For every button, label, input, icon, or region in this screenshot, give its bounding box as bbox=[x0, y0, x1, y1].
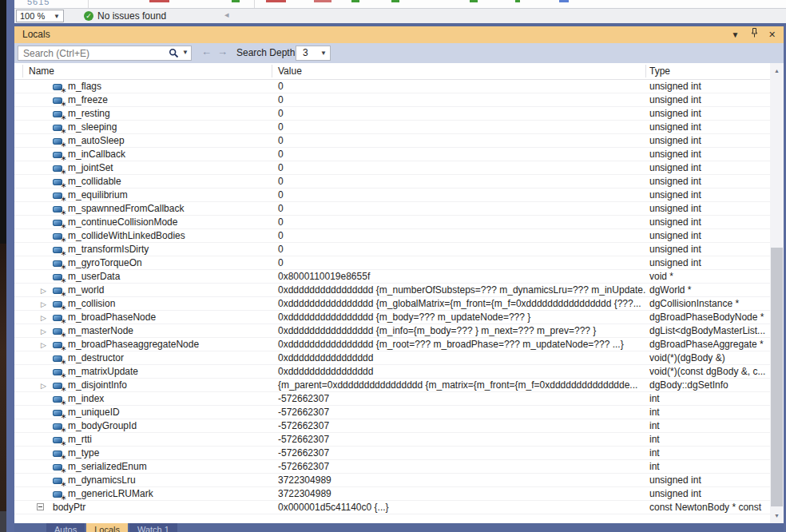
search-input[interactable]: Search (Ctrl+E) ▼ bbox=[18, 46, 192, 61]
locals-row[interactable]: m_flags 0 unsigned int bbox=[14, 80, 784, 93]
name-cell: m_broadPhaseaggregateNode bbox=[14, 338, 272, 351]
variable-type: unsigned int bbox=[645, 93, 770, 106]
locals-row[interactable]: m_broadPhaseaggregateNode 0xdddddddddddd… bbox=[14, 338, 784, 351]
locals-row[interactable]: m_index -572662307 int bbox=[14, 392, 784, 406]
locals-row[interactable]: m_freeze 0 unsigned int bbox=[14, 93, 784, 107]
variable-name: m_rtti bbox=[66, 433, 92, 446]
variable-value: -572662307 bbox=[272, 447, 645, 459]
locals-row[interactable]: m_uniqueID -572662307 int bbox=[14, 406, 784, 419]
locals-row[interactable]: m_autoSleep 0 unsigned int bbox=[14, 134, 784, 148]
variable-value: 0 bbox=[272, 243, 645, 256]
variable-type: unsigned int bbox=[645, 474, 770, 486]
code-fragment bbox=[515, 0, 520, 2]
locals-row[interactable]: m_userData 0x8000110019e8655f void * bbox=[14, 270, 784, 284]
variable-value: 0x8000110019e8655f bbox=[272, 270, 645, 283]
field-icon bbox=[51, 379, 66, 391]
variable-value: 0xdddddddddddddddd bbox=[272, 365, 645, 378]
vertical-scrollbar[interactable]: ▲ ▼ bbox=[770, 63, 784, 523]
scroll-down-icon[interactable]: ▼ bbox=[770, 510, 784, 522]
variable-name: m_collidable bbox=[66, 175, 121, 188]
tool-tab-locals[interactable]: Locals bbox=[86, 523, 128, 532]
window-position-icon[interactable]: ▼ bbox=[728, 28, 742, 42]
locals-row[interactable]: m_resting 0 unsigned int bbox=[14, 107, 784, 121]
locals-row[interactable]: m_collideWithLinkedBodies 0 unsigned int bbox=[14, 229, 784, 243]
column-separator[interactable] bbox=[645, 65, 646, 77]
expand-arrow-icon[interactable] bbox=[41, 297, 51, 310]
locals-row[interactable]: bodyPtr 0x000001d5c41140c0 {...} const N… bbox=[14, 501, 784, 514]
search-prev-icon[interactable]: ← bbox=[201, 46, 212, 58]
name-cell: m_gyroTorqueOn bbox=[14, 256, 272, 269]
column-header-value[interactable]: Value bbox=[278, 66, 302, 77]
expand-arrow-icon[interactable] bbox=[41, 338, 51, 351]
variable-value: 0 bbox=[272, 256, 645, 269]
zoom-level-dropdown[interactable]: 100 % ▼ bbox=[16, 10, 64, 22]
expander-spacer bbox=[41, 175, 51, 188]
locals-row[interactable]: m_matrixUpdate 0xdddddddddddddddd void(*… bbox=[14, 365, 784, 379]
variable-name: m_world bbox=[66, 284, 104, 296]
variable-type: unsigned int bbox=[645, 229, 770, 242]
scroll-up-icon[interactable]: ▲ bbox=[770, 65, 784, 77]
chevron-down-icon[interactable]: ▼ bbox=[182, 49, 189, 56]
search-placeholder: Search (Ctrl+E) bbox=[23, 48, 89, 59]
field-icon bbox=[51, 93, 66, 106]
locals-row[interactable]: m_collidable 0 unsigned int bbox=[14, 175, 784, 189]
column-header-name[interactable]: Name bbox=[29, 66, 54, 77]
locals-row[interactable]: m_inCallback 0 unsigned int bbox=[14, 148, 784, 161]
tool-tab-autos[interactable]: Autos bbox=[46, 523, 85, 532]
locals-title-bar[interactable]: Locals ▼ ✕ bbox=[14, 26, 784, 43]
name-cell: m_flags bbox=[14, 80, 272, 93]
locals-row[interactable]: m_spawnnedFromCallback 0 unsigned int bbox=[14, 202, 784, 216]
scrollbar-thumb[interactable] bbox=[771, 248, 783, 506]
locals-row[interactable]: m_broadPhaseNode 0xdddddddddddddddd {m_b… bbox=[14, 311, 784, 324]
tool-tab-watch-1[interactable]: Watch 1 bbox=[129, 523, 177, 532]
name-cell: m_world bbox=[14, 284, 272, 296]
search-icon[interactable] bbox=[169, 48, 179, 61]
locals-row[interactable]: m_type -572662307 int bbox=[14, 447, 784, 460]
locals-row[interactable]: m_sleeping 0 unsigned int bbox=[14, 121, 784, 134]
variable-value: 0 bbox=[272, 229, 645, 242]
expand-arrow-icon[interactable] bbox=[41, 311, 51, 324]
locals-row[interactable]: m_jointSet 0 unsigned int bbox=[14, 161, 784, 175]
name-cell: m_collidable bbox=[14, 175, 272, 188]
no-issues-check-icon[interactable]: ✓ bbox=[84, 11, 93, 21]
collapse-arrow-icon[interactable]: ◂ bbox=[224, 10, 229, 20]
name-cell: m_index bbox=[14, 392, 272, 405]
expander-spacer bbox=[41, 460, 51, 473]
variable-type: unsigned int bbox=[645, 134, 770, 147]
field-icon bbox=[51, 338, 66, 351]
field-icon bbox=[51, 134, 66, 147]
locals-row[interactable]: m_continueCollisionMode 0 unsigned int bbox=[14, 216, 784, 229]
locals-row[interactable]: m_disjointInfo {m_parent=0xddddddddddddd… bbox=[14, 379, 784, 392]
locals-row[interactable]: m_equilibrium 0 unsigned int bbox=[14, 189, 784, 202]
expand-arrow-icon[interactable] bbox=[41, 284, 51, 296]
locals-row[interactable]: m_collision 0xdddddddddddddddd {m_global… bbox=[14, 297, 784, 311]
variable-type: unsigned int bbox=[645, 487, 770, 500]
variable-value: 0 bbox=[272, 80, 645, 93]
variable-value: 0 bbox=[272, 202, 645, 215]
locals-row[interactable]: m_destructor 0xdddddddddddddddd void(*)(… bbox=[14, 351, 784, 365]
column-header-type[interactable]: Type bbox=[649, 66, 670, 77]
locals-row[interactable]: m_gyroTorqueOn 0 unsigned int bbox=[14, 256, 784, 270]
collapse-box-icon[interactable] bbox=[36, 501, 46, 514]
variable-type: unsigned int bbox=[645, 202, 770, 215]
locals-row[interactable]: m_genericLRUMark 3722304989 unsigned int bbox=[14, 487, 784, 501]
name-cell: m_broadPhaseNode bbox=[14, 311, 272, 324]
locals-row[interactable]: m_rtti -572662307 int bbox=[14, 433, 784, 447]
expand-arrow-icon[interactable] bbox=[41, 379, 51, 391]
variable-value: 0 bbox=[272, 121, 645, 133]
locals-row[interactable]: m_dynamicsLru 3722304989 unsigned int bbox=[14, 474, 784, 487]
locals-row[interactable]: m_bodyGroupId -572662307 int bbox=[14, 419, 784, 433]
locals-row[interactable]: m_world 0xdddddddddddddddd {m_numberOfSu… bbox=[14, 284, 784, 297]
column-separator[interactable] bbox=[272, 65, 272, 77]
locals-row[interactable]: m_serializedEnum -572662307 int bbox=[14, 460, 784, 474]
locals-row[interactable]: m_masterNode 0xdddddddddddddddd {m_info=… bbox=[14, 324, 784, 338]
locals-row[interactable]: m_transformIsDirty 0 unsigned int bbox=[14, 243, 784, 256]
field-icon bbox=[51, 161, 66, 174]
expand-arrow-icon[interactable] bbox=[41, 324, 51, 337]
search-depth-dropdown[interactable]: 3 ▼ bbox=[296, 46, 331, 61]
pin-icon[interactable] bbox=[748, 28, 761, 42]
variable-value: 0xdddddddddddddddd {m_info={m_body=??? }… bbox=[272, 324, 645, 337]
field-icon bbox=[51, 433, 66, 446]
close-icon[interactable]: ✕ bbox=[765, 28, 779, 42]
search-next-icon[interactable]: → bbox=[217, 46, 228, 58]
